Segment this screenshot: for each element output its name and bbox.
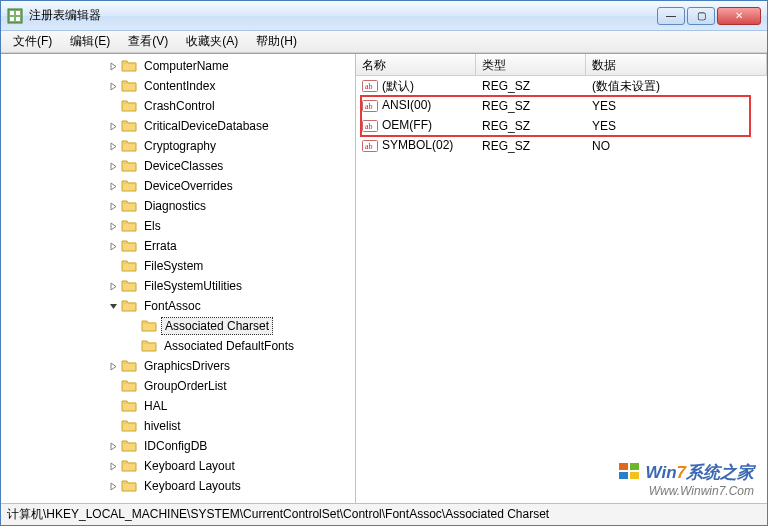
menu-file[interactable]: 文件(F) bbox=[5, 31, 60, 52]
menu-bar: 文件(F) 编辑(E) 查看(V) 收藏夹(A) 帮助(H) bbox=[1, 31, 767, 53]
registry-editor-window: 注册表编辑器 — ▢ ✕ 文件(F) 编辑(E) 查看(V) 收藏夹(A) 帮助… bbox=[0, 0, 768, 526]
expander-icon[interactable] bbox=[105, 242, 121, 251]
tree-pane: ComputerNameContentIndexCrashControlCrit… bbox=[1, 54, 356, 503]
value-name: abSYMBOL(02) bbox=[356, 138, 476, 154]
value-row[interactable]: abOEM(FF)REG_SZYES bbox=[356, 116, 767, 136]
expander-icon[interactable] bbox=[105, 302, 121, 311]
expander-icon[interactable] bbox=[105, 62, 121, 71]
value-data: YES bbox=[586, 119, 767, 133]
tree-item[interactable]: Associated Charset bbox=[5, 316, 355, 336]
tree-item-label: GraphicsDrivers bbox=[141, 358, 233, 374]
tree-item-label: CriticalDeviceDatabase bbox=[141, 118, 272, 134]
menu-edit[interactable]: 编辑(E) bbox=[62, 31, 118, 52]
tree-item-label: CrashControl bbox=[141, 98, 218, 114]
app-icon bbox=[7, 8, 23, 24]
tree-item[interactable]: FontAssoc bbox=[5, 296, 355, 316]
tree-item[interactable]: Els bbox=[5, 216, 355, 236]
status-path: 计算机\HKEY_LOCAL_MACHINE\SYSTEM\CurrentCon… bbox=[7, 506, 549, 523]
workspace: ComputerNameContentIndexCrashControlCrit… bbox=[1, 53, 767, 503]
value-data: YES bbox=[586, 99, 767, 113]
value-name: abOEM(FF) bbox=[356, 118, 476, 134]
status-bar: 计算机\HKEY_LOCAL_MACHINE\SYSTEM\CurrentCon… bbox=[1, 503, 767, 525]
expander-icon[interactable] bbox=[105, 162, 121, 171]
tree-scroll[interactable]: ComputerNameContentIndexCrashControlCrit… bbox=[1, 54, 355, 503]
tree-item[interactable]: CriticalDeviceDatabase bbox=[5, 116, 355, 136]
value-name: ab(默认) bbox=[356, 78, 476, 95]
tree-item[interactable]: Keyboard Layouts bbox=[5, 476, 355, 496]
expander-icon[interactable] bbox=[105, 202, 121, 211]
tree-item[interactable]: DeviceClasses bbox=[5, 156, 355, 176]
tree-item[interactable]: FileSystem bbox=[5, 256, 355, 276]
tree-item[interactable]: DeviceOverrides bbox=[5, 176, 355, 196]
tree-item-label: FileSystemUtilities bbox=[141, 278, 245, 294]
tree-item-label: hivelist bbox=[141, 418, 184, 434]
menu-favorites[interactable]: 收藏夹(A) bbox=[178, 31, 246, 52]
tree-item-label: Associated Charset bbox=[161, 317, 273, 335]
window-title: 注册表编辑器 bbox=[29, 7, 657, 24]
tree-item-label: IDConfigDB bbox=[141, 438, 210, 454]
value-type: REG_SZ bbox=[476, 79, 586, 93]
tree-item[interactable]: Associated DefaultFonts bbox=[5, 336, 355, 356]
value-data: NO bbox=[586, 139, 767, 153]
tree-item[interactable]: hivelist bbox=[5, 416, 355, 436]
tree-item-label: FileSystem bbox=[141, 258, 206, 274]
value-row[interactable]: ab(默认)REG_SZ(数值未设置) bbox=[356, 76, 767, 96]
window-buttons: — ▢ ✕ bbox=[657, 7, 761, 25]
svg-rect-4 bbox=[16, 17, 20, 21]
tree-item[interactable]: HAL bbox=[5, 396, 355, 416]
tree-item[interactable]: ContentIndex bbox=[5, 76, 355, 96]
tree-item-label: FontAssoc bbox=[141, 298, 204, 314]
tree-item-label: GroupOrderList bbox=[141, 378, 230, 394]
tree-item[interactable]: Keyboard Layout bbox=[5, 456, 355, 476]
expander-icon[interactable] bbox=[105, 482, 121, 491]
titlebar[interactable]: 注册表编辑器 — ▢ ✕ bbox=[1, 1, 767, 31]
tree-item[interactable]: FileSystemUtilities bbox=[5, 276, 355, 296]
expander-icon[interactable] bbox=[105, 442, 121, 451]
maximize-button[interactable]: ▢ bbox=[687, 7, 715, 25]
svg-rect-2 bbox=[16, 11, 20, 15]
value-row[interactable]: abANSI(00)REG_SZYES bbox=[356, 96, 767, 116]
value-name: abANSI(00) bbox=[356, 98, 476, 114]
value-type: REG_SZ bbox=[476, 139, 586, 153]
menu-help[interactable]: 帮助(H) bbox=[248, 31, 305, 52]
tree-item-label: ComputerName bbox=[141, 58, 232, 74]
value-type: REG_SZ bbox=[476, 119, 586, 133]
svg-text:ab: ab bbox=[365, 102, 373, 111]
tree-item-label: Els bbox=[141, 218, 164, 234]
list-header: 名称 类型 数据 bbox=[356, 54, 767, 76]
expander-icon[interactable] bbox=[105, 182, 121, 191]
expander-icon[interactable] bbox=[105, 462, 121, 471]
minimize-button[interactable]: — bbox=[657, 7, 685, 25]
menu-view[interactable]: 查看(V) bbox=[120, 31, 176, 52]
expander-icon[interactable] bbox=[105, 282, 121, 291]
col-data-header[interactable]: 数据 bbox=[586, 54, 767, 75]
col-type-header[interactable]: 类型 bbox=[476, 54, 586, 75]
tree-item[interactable]: Diagnostics bbox=[5, 196, 355, 216]
tree-item[interactable]: GraphicsDrivers bbox=[5, 356, 355, 376]
tree-item-label: Errata bbox=[141, 238, 180, 254]
tree-item[interactable]: GroupOrderList bbox=[5, 376, 355, 396]
tree-item-label: ContentIndex bbox=[141, 78, 218, 94]
list-body[interactable]: ab(默认)REG_SZ(数值未设置)abANSI(00)REG_SZYESab… bbox=[356, 76, 767, 503]
tree-item-label: DeviceOverrides bbox=[141, 178, 236, 194]
col-name-header[interactable]: 名称 bbox=[356, 54, 476, 75]
tree-item[interactable]: CrashControl bbox=[5, 96, 355, 116]
value-type: REG_SZ bbox=[476, 99, 586, 113]
expander-icon[interactable] bbox=[105, 122, 121, 131]
tree-item[interactable]: ComputerName bbox=[5, 56, 355, 76]
expander-icon[interactable] bbox=[105, 82, 121, 91]
expander-icon[interactable] bbox=[105, 362, 121, 371]
tree-item[interactable]: IDConfigDB bbox=[5, 436, 355, 456]
tree-item[interactable]: Cryptography bbox=[5, 136, 355, 156]
list-pane: 名称 类型 数据 ab(默认)REG_SZ(数值未设置)abANSI(00)RE… bbox=[356, 54, 767, 503]
svg-text:ab: ab bbox=[365, 122, 373, 131]
tree-item-label: HAL bbox=[141, 398, 170, 414]
tree-item-label: Keyboard Layout bbox=[141, 458, 238, 474]
tree-item[interactable]: Errata bbox=[5, 236, 355, 256]
expander-icon[interactable] bbox=[105, 142, 121, 151]
value-row[interactable]: abSYMBOL(02)REG_SZNO bbox=[356, 136, 767, 156]
svg-rect-3 bbox=[10, 17, 14, 21]
expander-icon[interactable] bbox=[105, 222, 121, 231]
close-button[interactable]: ✕ bbox=[717, 7, 761, 25]
value-data: (数值未设置) bbox=[586, 78, 767, 95]
